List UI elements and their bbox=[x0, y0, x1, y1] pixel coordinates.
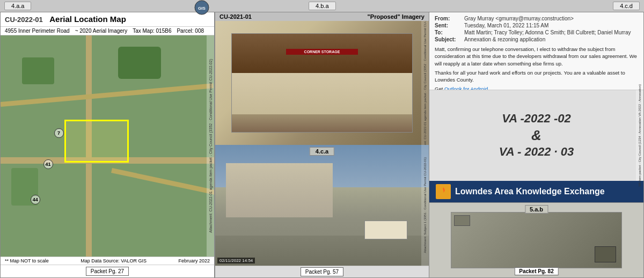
panel1-imagery: ~ 2020 Aerial Imagery bbox=[75, 28, 128, 34]
va-doc-text: VA -2022 -02 & VA - 2022 · 03 bbox=[499, 111, 574, 160]
sent-label: Sent: bbox=[435, 23, 464, 28]
imagery-panel: CU-2021-01 "Proposed" Imagery CORNER STO… bbox=[215, 12, 429, 278]
knowledge-icon bbox=[436, 184, 451, 199]
subject-value: Annexation & rezoning application bbox=[464, 36, 545, 42]
tab-4cd[interactable]: 4.c.d bbox=[613, 2, 640, 10]
road-diagonal-2 bbox=[111, 168, 214, 195]
panel1-footer: ** Map NOT to scale Map Data Source: VAL… bbox=[1, 257, 214, 265]
email-body-p2: Thanks for all your hard work and effort… bbox=[435, 69, 638, 84]
main-content: CU-2022-01 Aerial Location Map GIS 4955 … bbox=[0, 12, 644, 278]
map-note: ** Map NOT to scale bbox=[5, 258, 49, 264]
flame-icon bbox=[438, 186, 449, 197]
attachment-label-2: Attachment: CU-2022-01 agenda item packe… bbox=[421, 21, 429, 145]
to-label: To: bbox=[435, 30, 464, 35]
aerial-map-view: 7 41 44 Attachment: CU-2022-01 agenda it… bbox=[1, 35, 214, 257]
svg-point-2 bbox=[440, 191, 447, 196]
attachment-label-4: 5B Item packet - City Council (1234 : An… bbox=[636, 90, 643, 181]
street-view-timestamp: 02/11/2022 14:54 bbox=[217, 258, 255, 264]
thumb1-packet-badge: Packet Pg. 82 bbox=[514, 267, 558, 275]
panel2b-packet-badge: Packet Pg. 57 bbox=[301, 267, 343, 276]
map-date: February 2022 bbox=[178, 258, 210, 264]
street-view-section: 4.c.a 02/11/2022 14:54 Attachment: Subje… bbox=[215, 145, 429, 277]
thumb-panel-1: 5.a.b Packet Pg. 82 bbox=[429, 203, 643, 277]
marker-41: 41 bbox=[43, 159, 53, 169]
marker-7: 7 bbox=[54, 128, 64, 138]
svg-text:GIS: GIS bbox=[198, 6, 206, 11]
subject-parcel-highlight bbox=[64, 120, 129, 163]
va-documents-section: VA -2022 -02 & VA - 2022 · 03 5B Item pa… bbox=[429, 90, 643, 181]
email-subject-row: Subject: Annexation & rezoning applicati… bbox=[435, 36, 638, 42]
aerial-map-panel: CU-2022-01 Aerial Location Map GIS 4955 … bbox=[0, 12, 215, 278]
tab-4aa[interactable]: 4.a.a bbox=[4, 2, 31, 10]
knowledge-banner-text: Lowndes Area Knowledge Exchange bbox=[455, 187, 605, 196]
va-doc-2: VA - 2022 · 03 bbox=[499, 145, 574, 158]
email-section: From: Gray Murray <gmurray@murray.constr… bbox=[429, 12, 643, 90]
panel1-case-id: CU-2022-01 bbox=[5, 16, 43, 24]
from-value: Gray Murray <gmurray@murray.construction… bbox=[464, 16, 574, 21]
map-source: Map Data Source: VALOR GIS bbox=[80, 258, 147, 264]
proposed-imagery-view: CORNER STORAGE Attachment: CU-2022-01 ag… bbox=[215, 21, 429, 145]
panel2-label: "Proposed" Imagery bbox=[368, 13, 425, 20]
outlook-link[interactable]: Outlook for Android bbox=[444, 86, 488, 90]
panel2b-label: 4.c.a bbox=[310, 147, 334, 156]
thumbnails-row: 5.a.b Packet Pg. 82 bbox=[429, 202, 643, 277]
building-sign: CORNER STORAGE bbox=[286, 49, 358, 55]
panel1-address: 4955 Inner Perimeter Road bbox=[5, 28, 70, 34]
attachment-label-1: Attachment: CU-2022-01 agenda item packe… bbox=[207, 35, 214, 257]
proposed-imagery-header: CU-2021-01 "Proposed" Imagery bbox=[215, 12, 429, 21]
marker-44: 44 bbox=[31, 195, 40, 204]
va-doc-1: VA -2022 -02 bbox=[502, 112, 570, 125]
proposed-imagery-section: CU-2021-01 "Proposed" Imagery CORNER STO… bbox=[215, 12, 429, 145]
panel1-packet-badge: Packet Pg. 27 bbox=[86, 267, 129, 276]
panel1-parcel: Parcel: 008 bbox=[177, 28, 204, 34]
road-diagonal bbox=[1, 83, 214, 107]
tree-patch-1 bbox=[22, 57, 54, 84]
tab-row: 4.a.a 4.b.a 4.c.d bbox=[0, 0, 644, 12]
street-view-image: 02/11/2022 14:54 Attachment: Subject 1 (… bbox=[215, 145, 429, 266]
tree-patch-2 bbox=[118, 47, 161, 79]
tab-4ba[interactable]: 4.b.a bbox=[309, 2, 335, 10]
thumb1-badge: 5.a.b bbox=[525, 205, 548, 214]
panel1-info: 4955 Inner Perimeter Road ~ 2020 Aerial … bbox=[1, 27, 214, 35]
panel1-header: CU-2022-01 Aerial Location Map GIS bbox=[1, 12, 214, 27]
map-logo-icon: GIS bbox=[194, 0, 210, 16]
attachment-label-3: Attachment: Subject 1 (3351 : Conditiona… bbox=[421, 145, 429, 266]
email-body-p3: Get Outlook for Android bbox=[435, 85, 638, 90]
to-value: Matt Martin; Tracy Tolley; Adonna C Smit… bbox=[464, 30, 631, 35]
panel1-title: Aerial Location Map bbox=[49, 14, 126, 24]
email-body: Matt, confirming our telephone conversat… bbox=[435, 46, 638, 90]
email-to-row: To: Matt Martin; Tracy Tolley; Adonna C … bbox=[435, 30, 638, 35]
email-sent-row: Sent: Tuesday, March 01, 2022 11:15 AM bbox=[435, 23, 638, 28]
from-label: From: bbox=[435, 16, 464, 21]
subject-label: Subject: bbox=[435, 36, 464, 42]
panel1-taxmap: Tax Map: 015B6 bbox=[133, 28, 171, 34]
email-from-row: From: Gray Murray <gmurray@murray.constr… bbox=[435, 16, 638, 21]
panel2-case-id: CU-2021-01 bbox=[219, 13, 252, 20]
va-doc-ampersand: & bbox=[499, 127, 574, 145]
email-va-panel: From: Gray Murray <gmurray@murray.constr… bbox=[429, 12, 644, 278]
sent-value: Tuesday, March 01, 2022 11:15 AM bbox=[464, 23, 548, 28]
email-body-p1: Matt, confirming our telephone conversat… bbox=[435, 46, 638, 67]
knowledge-banner: Lowndes Area Knowledge Exchange bbox=[429, 181, 643, 202]
